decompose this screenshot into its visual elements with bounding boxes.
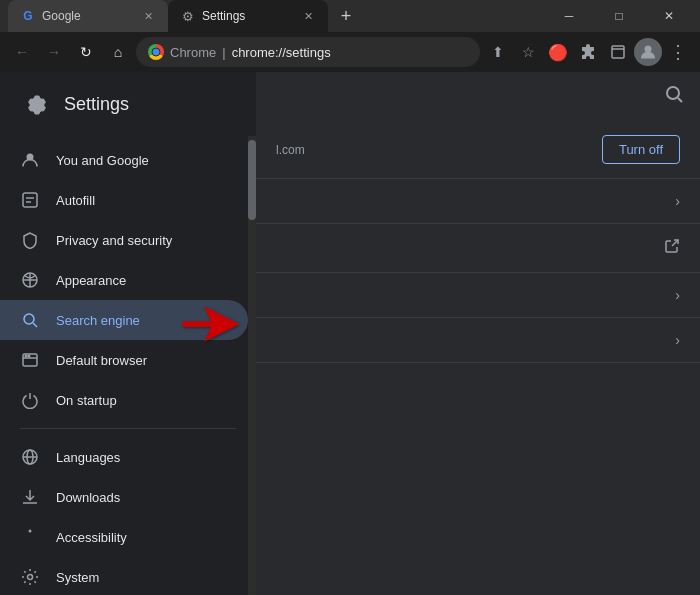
minimize-button[interactable]: ─ [546,0,592,32]
main-layout: Settings You and Google [0,72,700,595]
tab-settings[interactable]: ⚙ Settings ✕ [168,0,328,32]
sidebar-scrollbar-thumb [248,140,256,220]
refresh-button[interactable]: ↻ [72,38,100,66]
new-tab-button[interactable]: + [332,2,360,30]
content-search-row [256,72,700,121]
accessibility-icon [20,527,40,547]
sidebar-item-you-and-google[interactable]: You and Google [0,140,248,180]
url-prefix: Chrome [170,45,216,60]
svg-line-21 [678,98,682,102]
sidebar-item-system[interactable]: System [0,557,248,595]
bookmark-icon[interactable]: ☆ [514,38,542,66]
window-icon[interactable] [604,38,632,66]
sidebar-nav-wrapper: You and Google Autofill [0,136,256,595]
chevron-right-icon-2: › [675,287,680,303]
share-icon[interactable]: ⬆ [484,38,512,66]
sidebar-item-appearance-label: Appearance [56,273,126,288]
tab-google[interactable]: G Google ✕ [8,0,168,32]
settings-row-sync-sub: l.com [276,143,602,157]
home-button[interactable]: ⌂ [104,38,132,66]
svg-line-22 [672,240,678,246]
sidebar-item-downloads[interactable]: Downloads [0,477,248,517]
svg-rect-4 [23,193,37,207]
tab-settings-label: Settings [202,9,245,23]
settings-row-sync-action: Turn off [602,135,680,164]
back-button[interactable]: ← [8,38,36,66]
sidebar-item-privacy-security-label: Privacy and security [56,233,172,248]
profile-avatar[interactable] [634,38,662,66]
appearance-icon [20,270,40,290]
sidebar-divider [20,428,236,429]
sidebar-nav: You and Google Autofill [0,136,256,595]
red-extension-icon[interactable]: 🔴 [544,38,572,66]
tab-settings-close[interactable]: ✕ [300,8,316,24]
svg-point-2 [645,46,652,53]
system-icon [20,567,40,587]
sidebar-scrollbar[interactable] [248,136,256,595]
close-button[interactable]: ✕ [646,0,692,32]
content-search-button[interactable] [664,84,684,109]
settings-row-sync: l.com Turn off [256,121,700,179]
url-bar[interactable]: Chrome | chrome://settings [136,37,480,67]
sidebar-item-on-startup-label: On startup [56,393,117,408]
svg-line-9 [33,323,37,327]
window-controls: ─ □ ✕ [546,0,692,32]
settings-row-sync-text: l.com [276,143,602,157]
svg-point-20 [667,87,679,99]
settings-title: Settings [64,94,129,115]
sidebar-item-appearance[interactable]: Appearance [0,260,248,300]
sidebar-item-default-browser-label: Default browser [56,353,147,368]
settings-favicon: ⚙ [180,8,196,24]
sidebar-item-system-label: System [56,570,99,585]
person-icon [20,150,40,170]
sidebar-item-you-and-google-label: You and Google [56,153,149,168]
sidebar-item-languages-label: Languages [56,450,120,465]
svg-point-13 [28,355,30,357]
settings-row-2[interactable]: › [256,179,700,224]
settings-row-3[interactable] [256,224,700,273]
svg-point-8 [24,314,34,324]
address-bar-actions: ⬆ ☆ 🔴 ⋮ [484,38,692,66]
autofill-icon [20,190,40,210]
sidebar-item-languages[interactable]: Languages [0,437,248,477]
svg-point-18 [29,530,32,533]
sidebar-header: Settings [0,72,256,136]
menu-button[interactable]: ⋮ [664,38,692,66]
restore-button[interactable]: □ [596,0,642,32]
power-icon [20,390,40,410]
chevron-right-icon: › [675,193,680,209]
sidebar-item-accessibility[interactable]: Accessibility [0,517,248,557]
sidebar-item-privacy-security[interactable]: Privacy and security [0,220,248,260]
url-text: chrome://settings [232,45,331,60]
title-bar: G Google ✕ ⚙ Settings ✕ + ─ □ ✕ [0,0,700,32]
sidebar-item-search-engine-label: Search engine [56,313,140,328]
settings-logo [20,88,52,120]
tab-google-close[interactable]: ✕ [140,8,156,24]
settings-row-4[interactable]: › [256,273,700,318]
external-link-icon [664,238,680,258]
sidebar: Settings You and Google [0,72,256,595]
content-inner: l.com Turn off › [256,72,700,595]
globe-icon [20,447,40,467]
google-favicon: G [20,8,36,24]
search-icon [20,310,40,330]
sidebar-item-autofill[interactable]: Autofill [0,180,248,220]
sidebar-item-default-browser[interactable]: Default browser [0,340,248,380]
forward-button[interactable]: → [40,38,68,66]
sidebar-item-search-engine[interactable]: Search engine [0,300,248,340]
download-icon [20,487,40,507]
svg-rect-0 [612,46,624,58]
content-area: l.com Turn off › [256,72,700,595]
chevron-right-icon-3: › [675,332,680,348]
sidebar-item-on-startup[interactable]: On startup [0,380,248,420]
shield-icon [20,230,40,250]
extensions-icon[interactable] [574,38,602,66]
sidebar-item-downloads-label: Downloads [56,490,120,505]
tab-google-label: Google [42,9,81,23]
svg-point-12 [25,355,27,357]
chrome-logo-icon [148,44,164,60]
settings-row-5[interactable]: › [256,318,700,363]
sidebar-item-autofill-label: Autofill [56,193,95,208]
turn-off-button[interactable]: Turn off [602,135,680,164]
browser-icon [20,350,40,370]
